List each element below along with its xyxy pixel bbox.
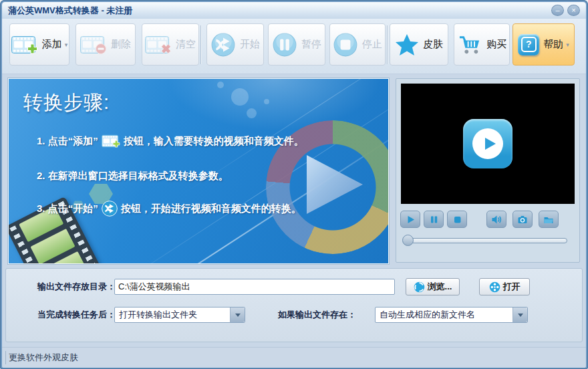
preview-play-icon (485, 138, 496, 150)
buy-button-label: 购买 (486, 38, 506, 51)
status-text: 更换软件外观皮肤 (9, 348, 78, 367)
preview-play-circle (472, 128, 503, 159)
shutter-icon (414, 281, 425, 293)
start-button[interactable]: 开始 (206, 23, 264, 66)
clear-button-label: 清空 (176, 38, 196, 51)
buy-button[interactable]: 购买 (454, 23, 510, 66)
stop-button[interactable]: 停止 (329, 23, 386, 66)
if-exists-value: 自动生成相应的新文件名 (376, 309, 512, 321)
clear-button[interactable]: 清空 (142, 23, 199, 66)
output-dir-label: 输出文件存放目录： (37, 279, 116, 295)
cart-icon (457, 34, 482, 55)
play-icon (406, 215, 416, 225)
step-1-text: 按钮，输入需要转换的视频和音频文件。 (124, 135, 304, 148)
open-button[interactable]: 打开 (479, 278, 530, 295)
app-window: 蒲公英WMV格式转换器 - 未注册 – × 添加 ▾ (0, 0, 588, 369)
toolbar-separator (387, 25, 388, 64)
toolbar-separator (200, 25, 201, 64)
question-mark: ? (521, 37, 537, 52)
start-button-label: 开始 (240, 38, 260, 51)
skin-button-label: 皮肤 (423, 38, 443, 51)
convert-start-icon (210, 32, 236, 57)
camera-icon (517, 215, 528, 225)
film-clear-icon (145, 35, 172, 55)
folder-icon (543, 215, 554, 225)
film-delete-icon (80, 35, 107, 55)
add-button-label: 添加 (42, 38, 62, 51)
step-3-text: 3. 点击“开始” (37, 203, 98, 215)
film-add-icon (11, 35, 38, 55)
chevron-down-icon (230, 308, 245, 322)
step-1-text: 1. 点击“添加” (37, 135, 98, 148)
film-reel-icon (489, 281, 500, 293)
seek-slider-thumb[interactable] (402, 235, 414, 246)
close-icon: × (571, 6, 575, 14)
step-2: 2. 在新弹出窗口选择目标格式及转换参数。 (37, 170, 229, 182)
status-bar: 更换软件外观皮肤 (2, 347, 586, 368)
minimize-icon: – (555, 6, 559, 14)
pause-button[interactable]: 暂停 (268, 23, 325, 66)
film-add-icon (102, 134, 120, 148)
status-divider (5, 351, 6, 364)
skin-button[interactable]: 皮肤 (390, 23, 448, 66)
chevron-down-icon: ▾ (566, 41, 569, 48)
delete-button[interactable]: 删除 (76, 23, 136, 66)
pause-button-label: 暂停 (301, 38, 321, 51)
if-exists-select[interactable]: 自动生成相应的新文件名 (375, 307, 528, 323)
open-button-label: 打开 (503, 281, 521, 293)
minimize-button[interactable]: – (551, 5, 564, 16)
browse-button[interactable]: 浏览... (406, 278, 460, 295)
open-folder-button[interactable] (539, 211, 559, 228)
chevron-down-icon: ▾ (65, 41, 68, 48)
after-task-value: 打开转换输出文件夹 (115, 309, 230, 321)
seek-slider-track[interactable] (405, 238, 567, 243)
title-bar: 蒲公英WMV格式转换器 - 未注册 – × (2, 2, 586, 19)
preview-play-tile (463, 119, 512, 168)
help-cube-icon: ? (518, 34, 539, 55)
bokeh-circle (217, 82, 224, 88)
if-exists-label: 如果输出文件存在： (278, 307, 356, 323)
volume-button[interactable] (486, 211, 506, 228)
star-icon (395, 33, 419, 56)
after-task-label: 当完成转换任务后： (37, 307, 116, 323)
help-button-label: 帮助 (543, 38, 563, 51)
output-dir-input[interactable] (114, 279, 395, 295)
bokeh-circle (231, 88, 249, 106)
snapshot-button[interactable] (512, 211, 533, 228)
stop-icon (452, 215, 462, 225)
bokeh-circle (247, 108, 257, 118)
after-task-select[interactable]: 打开转换输出文件夹 (114, 307, 245, 323)
output-settings-panel: 输出文件存放目录： 浏览... 打开 当完成转换任务后： 打开转换输出文件夹 (5, 268, 583, 342)
step-2-text: 2. 在新弹出窗口选择目标格式及转换参数。 (37, 170, 229, 182)
step-3-text: 按钮，开始进行视频和音频文件的转换。 (121, 203, 301, 215)
pause-icon (429, 215, 439, 225)
window-title: 蒲公英WMV格式转换器 - 未注册 (8, 2, 132, 19)
stop-button-label: 停止 (362, 38, 382, 51)
toolbar: 添加 ▾ 删除 (2, 19, 586, 74)
step-1: 1. 点击“添加” 按钮，输入需要转换的视频和音频文件。 (37, 134, 304, 148)
preview-panel (396, 78, 580, 263)
steps-panel: 转换步骤: 1. 点击“添加” 按钮，输入需要转换的视频和音频文件。 2. 在新… (8, 78, 389, 264)
stop-icon (333, 32, 358, 57)
player-play-button[interactable] (400, 211, 420, 228)
player-stop-button[interactable] (447, 211, 467, 228)
video-preview (401, 84, 575, 204)
add-button[interactable]: 添加 ▾ (9, 23, 69, 66)
player-pause-button[interactable] (424, 211, 444, 228)
steps-title: 转换步骤: (23, 90, 110, 116)
volume-icon (491, 215, 502, 225)
pause-icon (272, 32, 297, 57)
help-button[interactable]: ? 帮助 ▾ (512, 23, 575, 66)
bokeh-circle (264, 99, 269, 104)
chevron-down-icon (512, 308, 527, 322)
close-button[interactable]: × (567, 5, 580, 16)
step-3: 3. 点击“开始” 按钮，开始进行视频和音频文件的转换。 (37, 201, 301, 217)
browse-button-label: 浏览... (428, 281, 452, 293)
delete-button-label: 删除 (111, 38, 131, 51)
convert-start-icon (102, 201, 118, 217)
